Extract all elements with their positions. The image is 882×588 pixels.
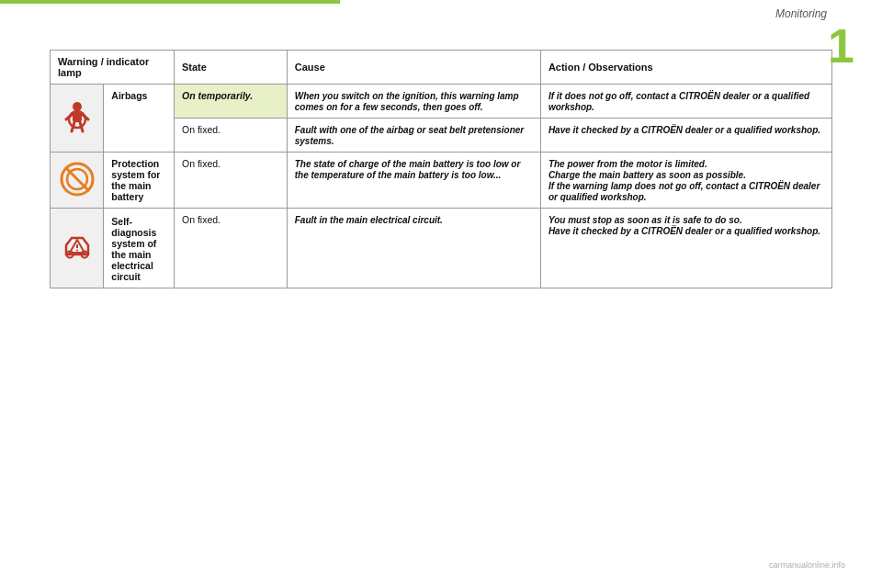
selfdiag-cause-text: Fault in the main electrical circuit.: [295, 215, 443, 225]
battery-state: On fixed.: [175, 153, 288, 209]
selfdiag-lamp-name: Self-diagnosis system of the main electr…: [111, 216, 156, 282]
header-action: Action / Observations: [540, 51, 831, 85]
airbag-state-text-1: On temporarily.: [182, 90, 253, 101]
header-title: Monitoring: [775, 7, 827, 20]
battery-icon-cell: [51, 153, 104, 209]
header-state: State: [175, 51, 288, 85]
selfdiag-name-cell: Self-diagnosis system of the main electr…: [104, 209, 175, 288]
page-container: Monitoring 1 Warning / indicator lamp St…: [0, 0, 882, 588]
table-row: Protection system for the main battery O…: [51, 153, 832, 209]
selfdiag-cause: Fault in the main electrical circuit.: [287, 209, 540, 288]
airbag-cause-1: When you switch on the ignition, this wa…: [287, 85, 540, 119]
airbag-cause-2: Fault with one of the airbag or seat bel…: [287, 119, 540, 153]
svg-line-9: [65, 167, 89, 191]
table-header-row: Warning / indicator lamp State Cause Act…: [51, 51, 832, 85]
battery-action-text: The power from the motor is limited. Cha…: [548, 159, 820, 202]
airbag-lamp-name: Airbags: [111, 90, 147, 101]
self-diagnosis-icon: [59, 229, 96, 266]
footer-logo: carmanualonline.info: [769, 560, 845, 570]
svg-point-0: [73, 102, 82, 111]
battery-state-text: On fixed.: [182, 158, 220, 169]
airbag-state-text-2: On fixed.: [182, 124, 220, 135]
airbag-state-1: On temporarily.: [175, 85, 288, 119]
header-cause: Cause: [287, 51, 540, 85]
selfdiag-state-text: On fixed.: [182, 214, 220, 225]
header-lamp: Warning / indicator lamp: [51, 51, 175, 85]
airbag-icon-cell: [51, 85, 104, 153]
battery-cause: The state of charge of the main battery …: [287, 153, 540, 209]
battery-protection-icon: [59, 161, 96, 198]
airbag-action-text-1: If it does not go off, contact a CITROËN…: [548, 91, 809, 112]
selfdiag-icon-cell: [51, 209, 104, 288]
battery-lamp-name: Protection system for the main battery: [111, 158, 160, 202]
battery-name-cell: Protection system for the main battery: [104, 153, 175, 209]
selfdiag-state: On fixed.: [175, 209, 288, 288]
airbag-action-text-2: Have it checked by a CITROËN dealer or a…: [548, 125, 820, 135]
battery-cause-text: The state of charge of the main battery …: [295, 159, 521, 180]
selfdiag-action-text: You must stop as soon as it is safe to d…: [548, 215, 820, 236]
table-row: Airbags On temporarily. When you switch …: [51, 85, 832, 119]
selfdiag-action: You must stop as soon as it is safe to d…: [540, 209, 831, 288]
airbag-name-cell: Airbags: [104, 85, 175, 153]
airbag-icon: [59, 99, 96, 136]
top-bar: [0, 0, 340, 4]
airbag-cause-text-1: When you switch on the ignition, this wa…: [295, 91, 519, 112]
airbag-cause-text-2: Fault with one of the airbag or seat bel…: [295, 125, 524, 146]
main-content: Warning / indicator lamp State Cause Act…: [0, 24, 882, 307]
chapter-number: 1: [828, 22, 854, 70]
info-table: Warning / indicator lamp State Cause Act…: [50, 50, 832, 288]
airbag-state-2: On fixed.: [175, 119, 288, 153]
battery-action: The power from the motor is limited. Cha…: [540, 153, 831, 209]
airbag-action-1: If it does not go off, contact a CITROËN…: [540, 85, 831, 119]
airbag-action-2: Have it checked by a CITROËN dealer or a…: [540, 119, 831, 153]
svg-point-14: [76, 250, 78, 252]
footer-logo-text: carmanualonline.info: [769, 560, 845, 570]
table-row: Self-diagnosis system of the main electr…: [51, 209, 832, 288]
